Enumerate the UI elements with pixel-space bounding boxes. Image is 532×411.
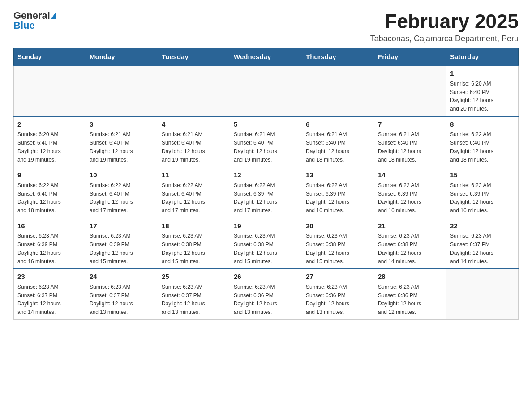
day-number: 1 [450,68,515,79]
calendar-cell: 11Sunrise: 6:22 AM Sunset: 6:40 PM Dayli… [158,167,230,218]
calendar-cell: 17Sunrise: 6:23 AM Sunset: 6:39 PM Dayli… [86,218,158,269]
day-info: Sunrise: 6:23 AM Sunset: 6:36 PM Dayligh… [234,284,277,315]
day-number: 23 [17,272,82,282]
logo-general-text: General [13,11,50,21]
calendar-table: SundayMondayTuesdayWednesdayThursdayFrid… [13,48,519,320]
day-number: 9 [17,170,82,180]
weekday-header-tuesday: Tuesday [158,48,230,66]
weekday-header-sunday: Sunday [14,48,86,66]
day-number: 3 [90,120,154,130]
calendar-cell: 1Sunrise: 6:20 AM Sunset: 6:40 PM Daylig… [446,65,519,116]
month-year-title: February 2025 [370,11,519,32]
logo: General Blue [13,11,56,30]
calendar-cell: 7Sunrise: 6:21 AM Sunset: 6:40 PM Daylig… [374,116,446,167]
day-info: Sunrise: 6:21 AM Sunset: 6:40 PM Dayligh… [378,131,421,163]
day-info: Sunrise: 6:22 AM Sunset: 6:40 PM Dayligh… [162,182,205,214]
day-number: 27 [306,272,370,282]
calendar-cell: 9Sunrise: 6:22 AM Sunset: 6:40 PM Daylig… [14,167,86,218]
weekday-header-saturday: Saturday [446,48,519,66]
day-info: Sunrise: 6:22 AM Sunset: 6:39 PM Dayligh… [234,182,277,214]
weekday-header-row: SundayMondayTuesdayWednesdayThursdayFrid… [14,48,519,66]
day-info: Sunrise: 6:21 AM Sunset: 6:40 PM Dayligh… [90,131,133,163]
day-number: 7 [378,120,442,130]
weekday-header-monday: Monday [86,48,158,66]
calendar-cell [446,269,519,319]
day-info: Sunrise: 6:23 AM Sunset: 6:37 PM Dayligh… [162,284,205,315]
calendar-cell [14,65,86,116]
day-number: 17 [90,221,154,231]
day-info: Sunrise: 6:23 AM Sunset: 6:36 PM Dayligh… [306,284,349,315]
day-number: 16 [17,221,82,231]
day-info: Sunrise: 6:20 AM Sunset: 6:40 PM Dayligh… [17,131,61,163]
calendar-cell: 5Sunrise: 6:21 AM Sunset: 6:40 PM Daylig… [230,116,302,167]
calendar-cell [230,65,302,116]
day-info: Sunrise: 6:22 AM Sunset: 6:39 PM Dayligh… [306,182,349,214]
day-number: 25 [162,272,226,282]
calendar-cell: 23Sunrise: 6:23 AM Sunset: 6:37 PM Dayli… [14,269,86,319]
day-info: Sunrise: 6:23 AM Sunset: 6:39 PM Dayligh… [17,233,61,264]
day-info: Sunrise: 6:23 AM Sunset: 6:38 PM Dayligh… [234,233,277,264]
day-info: Sunrise: 6:23 AM Sunset: 6:36 PM Dayligh… [378,284,421,315]
day-info: Sunrise: 6:23 AM Sunset: 6:38 PM Dayligh… [306,233,349,264]
calendar-cell: 18Sunrise: 6:23 AM Sunset: 6:38 PM Dayli… [158,218,230,269]
day-number: 8 [450,120,515,130]
day-number: 4 [162,120,226,130]
week-row-4: 16Sunrise: 6:23 AM Sunset: 6:39 PM Dayli… [14,218,519,269]
day-number: 5 [234,120,298,130]
logo-blue-text: Blue [13,21,35,30]
day-number: 24 [90,272,154,282]
calendar-cell: 24Sunrise: 6:23 AM Sunset: 6:37 PM Dayli… [86,269,158,319]
calendar-cell: 15Sunrise: 6:23 AM Sunset: 6:39 PM Dayli… [446,167,519,218]
calendar-cell: 16Sunrise: 6:23 AM Sunset: 6:39 PM Dayli… [14,218,86,269]
calendar-cell: 14Sunrise: 6:22 AM Sunset: 6:39 PM Dayli… [374,167,446,218]
calendar-cell: 22Sunrise: 6:23 AM Sunset: 6:37 PM Dayli… [446,218,519,269]
day-number: 18 [162,221,226,231]
day-number: 2 [17,120,82,130]
calendar-cell: 20Sunrise: 6:23 AM Sunset: 6:38 PM Dayli… [302,218,374,269]
day-info: Sunrise: 6:21 AM Sunset: 6:40 PM Dayligh… [234,131,277,163]
calendar-cell [374,65,446,116]
page-header: General Blue February 2025 Tabaconas, Ca… [13,11,519,43]
location-subtitle: Tabaconas, Cajamarca Department, Peru [370,34,519,43]
day-info: Sunrise: 6:23 AM Sunset: 6:39 PM Dayligh… [90,233,133,264]
calendar-cell: 21Sunrise: 6:23 AM Sunset: 6:38 PM Dayli… [374,218,446,269]
day-number: 19 [234,221,298,231]
week-row-1: 1Sunrise: 6:20 AM Sunset: 6:40 PM Daylig… [14,65,519,116]
calendar-cell: 10Sunrise: 6:22 AM Sunset: 6:40 PM Dayli… [86,167,158,218]
title-block: February 2025 Tabaconas, Cajamarca Depar… [370,11,519,43]
day-info: Sunrise: 6:21 AM Sunset: 6:40 PM Dayligh… [306,131,349,163]
calendar-cell: 19Sunrise: 6:23 AM Sunset: 6:38 PM Dayli… [230,218,302,269]
day-number: 11 [162,170,226,180]
logo-triangle-icon [51,13,56,19]
day-info: Sunrise: 6:22 AM Sunset: 6:39 PM Dayligh… [378,182,421,214]
weekday-header-thursday: Thursday [302,48,374,66]
calendar-cell: 28Sunrise: 6:23 AM Sunset: 6:36 PM Dayli… [374,269,446,319]
week-row-5: 23Sunrise: 6:23 AM Sunset: 6:37 PM Dayli… [14,269,519,319]
day-number: 14 [378,170,442,180]
calendar-cell: 27Sunrise: 6:23 AM Sunset: 6:36 PM Dayli… [302,269,374,319]
calendar-cell: 25Sunrise: 6:23 AM Sunset: 6:37 PM Dayli… [158,269,230,319]
day-info: Sunrise: 6:23 AM Sunset: 6:37 PM Dayligh… [90,284,133,315]
day-number: 13 [306,170,370,180]
day-info: Sunrise: 6:21 AM Sunset: 6:40 PM Dayligh… [162,131,205,163]
day-info: Sunrise: 6:20 AM Sunset: 6:40 PM Dayligh… [450,81,493,112]
day-number: 20 [306,221,370,231]
day-number: 15 [450,170,515,180]
week-row-2: 2Sunrise: 6:20 AM Sunset: 6:40 PM Daylig… [14,116,519,167]
calendar-cell: 13Sunrise: 6:22 AM Sunset: 6:39 PM Dayli… [302,167,374,218]
day-number: 22 [450,221,515,231]
calendar-cell: 8Sunrise: 6:22 AM Sunset: 6:40 PM Daylig… [446,116,519,167]
calendar-cell [86,65,158,116]
calendar-cell [302,65,374,116]
calendar-cell: 12Sunrise: 6:22 AM Sunset: 6:39 PM Dayli… [230,167,302,218]
day-info: Sunrise: 6:22 AM Sunset: 6:40 PM Dayligh… [17,182,61,214]
day-number: 21 [378,221,442,231]
calendar-cell: 2Sunrise: 6:20 AM Sunset: 6:40 PM Daylig… [14,116,86,167]
day-number: 6 [306,120,370,130]
calendar-cell [158,65,230,116]
day-number: 10 [90,170,154,180]
calendar-cell: 4Sunrise: 6:21 AM Sunset: 6:40 PM Daylig… [158,116,230,167]
calendar-cell: 26Sunrise: 6:23 AM Sunset: 6:36 PM Dayli… [230,269,302,319]
day-info: Sunrise: 6:23 AM Sunset: 6:37 PM Dayligh… [17,284,61,315]
day-info: Sunrise: 6:23 AM Sunset: 6:38 PM Dayligh… [162,233,205,264]
